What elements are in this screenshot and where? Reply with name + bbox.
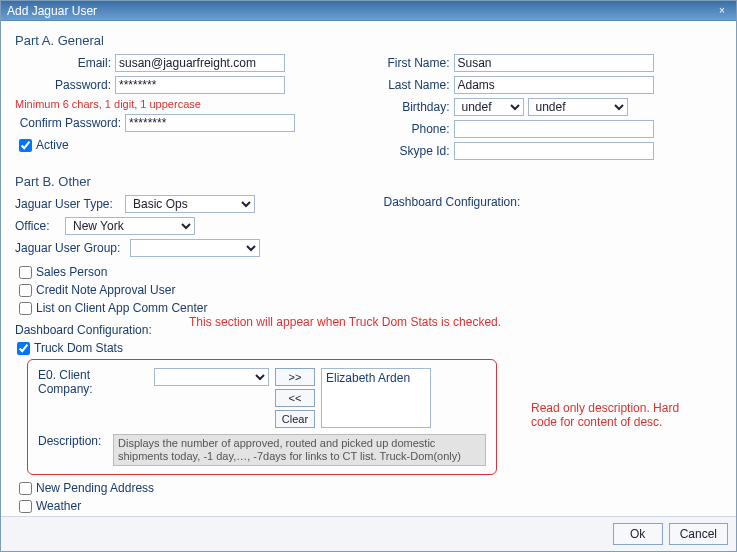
truck-dom-checkbox[interactable] <box>17 342 30 355</box>
description-label: Description: <box>38 434 113 448</box>
move-left-button[interactable]: << <box>275 389 315 407</box>
user-type-select[interactable]: Basic Ops <box>125 195 255 213</box>
credit-note-label: Credit Note Approval User <box>36 283 175 297</box>
truck-dom-config-box: E0. Client Company: >> << Clear Elizabet… <box>27 359 497 475</box>
skype-label: Skype Id: <box>384 144 454 158</box>
weather-checkbox[interactable] <box>19 500 32 513</box>
description-value: Displays the number of approved, routed … <box>113 434 486 466</box>
truck-dom-label: Truck Dom Stats <box>34 341 123 355</box>
active-label: Active <box>36 138 69 152</box>
client-company-select[interactable] <box>154 368 269 386</box>
birthday-month-select[interactable]: undef <box>454 98 524 116</box>
office-label: Office: <box>15 219 65 233</box>
confirm-password-label: Confirm Password: <box>15 116 125 130</box>
window-title: Add Jaguar User <box>7 1 97 21</box>
first-name-label: First Name: <box>384 56 454 70</box>
annotation-readonly: Read only description. Hard code for con… <box>531 401 691 429</box>
birthday-label: Birthday: <box>384 100 454 114</box>
email-label: Email: <box>15 56 115 70</box>
new-pending-checkbox[interactable] <box>19 482 32 495</box>
sales-person-label: Sales Person <box>36 265 107 279</box>
titlebar: Add Jaguar User × <box>1 1 736 21</box>
part-a-heading: Part A. General <box>15 33 722 48</box>
dialog: Add Jaguar User × Part A. General Email:… <box>0 0 737 552</box>
birthday-day-select[interactable]: undef <box>528 98 628 116</box>
password-hint: Minimum 6 chars, 1 digit, 1 uppercase <box>15 98 354 110</box>
user-group-select[interactable] <box>130 239 260 257</box>
dashboard-config-label-top: Dashboard Configuration: <box>384 195 723 209</box>
confirm-password-input[interactable] <box>125 114 295 132</box>
user-group-label: Jaguar User Group: <box>15 241 130 255</box>
ok-button[interactable]: Ok <box>613 523 663 545</box>
email-input[interactable] <box>115 54 285 72</box>
user-type-label: Jaguar User Type: <box>15 197 125 211</box>
phone-label: Phone: <box>384 122 454 136</box>
list-comm-label: List on Client App Comm Center <box>36 301 207 315</box>
dialog-body: Part A. General Email: Password: Minimum… <box>1 21 736 516</box>
phone-input[interactable] <box>454 120 654 138</box>
password-label: Password: <box>15 78 115 92</box>
list-comm-checkbox[interactable] <box>19 302 32 315</box>
password-input[interactable] <box>115 76 285 94</box>
selected-clients-listbox[interactable]: Elizabeth Arden <box>321 368 431 428</box>
annotation-appear: This section will appear when Truck Dom … <box>189 315 501 329</box>
footer: Ok Cancel <box>1 516 736 551</box>
skype-input[interactable] <box>454 142 654 160</box>
close-icon[interactable]: × <box>714 4 730 18</box>
move-right-button[interactable]: >> <box>275 368 315 386</box>
client-company-label: E0. Client Company: <box>38 368 148 396</box>
last-name-input[interactable] <box>454 76 654 94</box>
credit-note-checkbox[interactable] <box>19 284 32 297</box>
part-b-heading: Part B. Other <box>15 174 722 189</box>
sales-person-checkbox[interactable] <box>19 266 32 279</box>
weather-label: Weather <box>36 499 81 513</box>
list-item[interactable]: Elizabeth Arden <box>326 371 426 385</box>
last-name-label: Last Name: <box>384 78 454 92</box>
active-checkbox[interactable] <box>19 139 32 152</box>
new-pending-label: New Pending Address <box>36 481 154 495</box>
cancel-button[interactable]: Cancel <box>669 523 728 545</box>
first-name-input[interactable] <box>454 54 654 72</box>
office-select[interactable]: New York <box>65 217 195 235</box>
clear-button[interactable]: Clear <box>275 410 315 428</box>
